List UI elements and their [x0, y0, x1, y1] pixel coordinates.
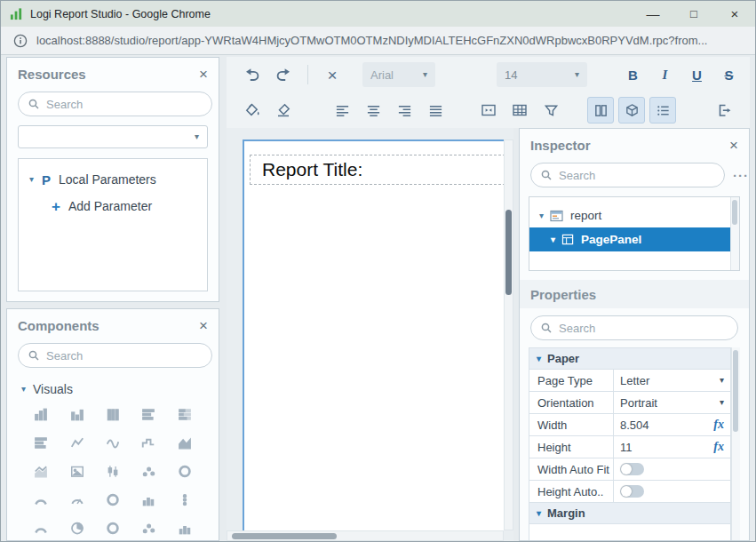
expander-icon[interactable]: ▾: [537, 509, 541, 518]
tree-item-pagepanel[interactable]: ▾ PagePanel: [529, 227, 730, 251]
redo-button[interactable]: [270, 61, 297, 88]
vertical-scroll-thumb[interactable]: [505, 210, 512, 295]
visual-bar-chart-icon[interactable]: [30, 407, 52, 422]
visual-stacked-bar-chart-icon[interactable]: [174, 407, 195, 422]
visual-more-options-icon[interactable]: [174, 492, 195, 507]
visual-line-chart-icon[interactable]: [67, 435, 88, 450]
visual-heatmap-chart-icon[interactable]: [174, 521, 195, 536]
inspector-close-icon[interactable]: ×: [729, 138, 738, 153]
visual-step-line-chart-icon[interactable]: [138, 435, 159, 450]
visual-stacked-area-chart-icon[interactable]: [30, 464, 52, 479]
visual-pie-chart-icon[interactable]: [67, 521, 88, 536]
add-parameter-button[interactable]: + Add Parameter: [19, 193, 207, 219]
properties-section-header: Properties: [520, 280, 749, 308]
formula-fx-button[interactable]: fx: [713, 440, 724, 454]
visual-bench-chart-icon[interactable]: [138, 407, 159, 422]
visual-area-chart-icon[interactable]: [174, 435, 195, 450]
resources-search-field[interactable]: [46, 98, 203, 111]
orientation-dropdown[interactable]: Portrait ▾: [614, 392, 730, 413]
expander-icon[interactable]: ▾: [537, 355, 541, 363]
report-title-element[interactable]: Report Title:: [250, 155, 505, 185]
maximize-button[interactable]: □: [673, 1, 714, 27]
inspector-search-field[interactable]: [559, 169, 715, 182]
font-size-dropdown[interactable]: 14 ▾: [497, 62, 587, 87]
toggle-components-view-button[interactable]: [618, 97, 645, 124]
font-family-dropdown[interactable]: Arial ▾: [362, 62, 435, 87]
expander-icon[interactable]: ▾: [551, 235, 555, 244]
height-auto-fit-toggle[interactable]: [620, 485, 644, 498]
canvas-horizontal-scrollbar[interactable]: [227, 530, 504, 541]
remove-button[interactable]: ×: [319, 61, 346, 88]
components-search-input[interactable]: [18, 343, 212, 368]
visual-list-bar-chart-icon[interactable]: [30, 435, 52, 450]
resources-close-icon[interactable]: ×: [199, 67, 208, 82]
align-center-button[interactable]: [360, 97, 386, 124]
italic-button[interactable]: I: [650, 61, 680, 88]
resources-search-input[interactable]: [18, 92, 212, 116]
tree-item-local-parameters[interactable]: ▾ P Local Parameters: [19, 166, 207, 193]
visual-ring-chart-icon[interactable]: [102, 521, 123, 536]
visual-bubble-chart-icon[interactable]: [138, 521, 159, 536]
resources-type-dropdown[interactable]: ▾: [18, 125, 208, 148]
insert-table-button[interactable]: [506, 97, 533, 124]
address-bar[interactable]: localhost:8888/studio/report/app-YWRtaW4…: [1, 27, 755, 55]
clear-format-button[interactable]: [270, 97, 297, 124]
properties-search-field[interactable]: [559, 322, 728, 335]
formula-fx-button[interactable]: fx: [713, 418, 724, 432]
visual-scatter-chart-icon[interactable]: [138, 464, 159, 479]
visual-candlestick-chart-icon[interactable]: [102, 464, 123, 479]
property-group-margin[interactable]: ▾ Margin: [529, 503, 730, 524]
width-value-field[interactable]: 8.504 fx: [614, 414, 730, 435]
filter-button[interactable]: [537, 97, 564, 124]
page-type-dropdown[interactable]: Letter ▾: [614, 370, 730, 391]
visual-gauge-chart-icon[interactable]: [67, 492, 88, 507]
visual-clustered-bar-chart-icon[interactable]: [67, 407, 88, 422]
width-auto-fit-toggle[interactable]: [620, 463, 644, 475]
expander-icon[interactable]: ▾: [29, 175, 34, 184]
toggle-inspector-view-button[interactable]: [649, 97, 676, 124]
visual-donut-chart-icon[interactable]: [174, 464, 195, 479]
inspector-more-button[interactable]: ···: [733, 168, 749, 183]
close-window-button[interactable]: ×: [714, 1, 755, 27]
expander-icon[interactable]: ▾: [539, 211, 544, 220]
visual-circle-chart-icon[interactable]: [102, 492, 123, 507]
underline-button[interactable]: U: [682, 61, 712, 88]
align-right-button[interactable]: [391, 97, 418, 124]
visual-column-chart-icon[interactable]: [102, 407, 123, 422]
bold-button[interactable]: B: [618, 61, 648, 88]
scroll-thumb[interactable]: [732, 200, 737, 225]
url-text[interactable]: localhost:8888/studio/report/app-YWRtaW4…: [36, 34, 707, 47]
report-page[interactable]: Report Title:: [243, 139, 504, 530]
inspector-tree-scrollbar[interactable]: [730, 197, 739, 270]
horizontal-scroll-thumb[interactable]: [232, 533, 337, 539]
properties-search-input[interactable]: [530, 315, 738, 340]
tree-item-report[interactable]: ▾ report: [529, 203, 730, 227]
components-search-field[interactable]: [46, 349, 203, 363]
merge-cells-button[interactable]: [475, 97, 502, 124]
minimize-button[interactable]: —: [633, 1, 673, 27]
justify-button[interactable]: [422, 97, 449, 124]
exit-studio-button[interactable]: [711, 97, 737, 124]
fill-color-button[interactable]: [239, 97, 266, 124]
canvas-vertical-scrollbar[interactable]: [504, 139, 513, 530]
toggle-resources-view-button[interactable]: [587, 97, 614, 124]
window-controls: — □ ×: [633, 1, 755, 27]
properties-scrollbar[interactable]: [731, 347, 740, 540]
expander-icon[interactable]: ▾: [21, 385, 26, 394]
scroll-thumb[interactable]: [733, 350, 738, 432]
visuals-section-header[interactable]: ▾ Visuals: [7, 373, 219, 403]
property-group-paper[interactable]: ▾ Paper: [529, 348, 730, 370]
components-close-icon[interactable]: ×: [199, 318, 208, 333]
height-value-field[interactable]: 11 fx: [614, 436, 730, 458]
site-info-icon[interactable]: [13, 34, 28, 48]
visual-arc-chart-icon[interactable]: [30, 492, 52, 507]
inspector-search-input[interactable]: [530, 163, 725, 187]
visual-radar-chart-icon[interactable]: [30, 521, 52, 536]
align-left-button[interactable]: [329, 97, 355, 124]
strikethrough-button[interactable]: S: [714, 61, 744, 88]
visual-histogram-chart-icon[interactable]: [138, 492, 159, 507]
visual-spline-chart-icon[interactable]: [102, 435, 123, 450]
design-canvas[interactable]: Report Title:: [227, 128, 513, 541]
visual-picture-chart-icon[interactable]: [67, 464, 88, 479]
undo-button[interactable]: [239, 61, 266, 88]
